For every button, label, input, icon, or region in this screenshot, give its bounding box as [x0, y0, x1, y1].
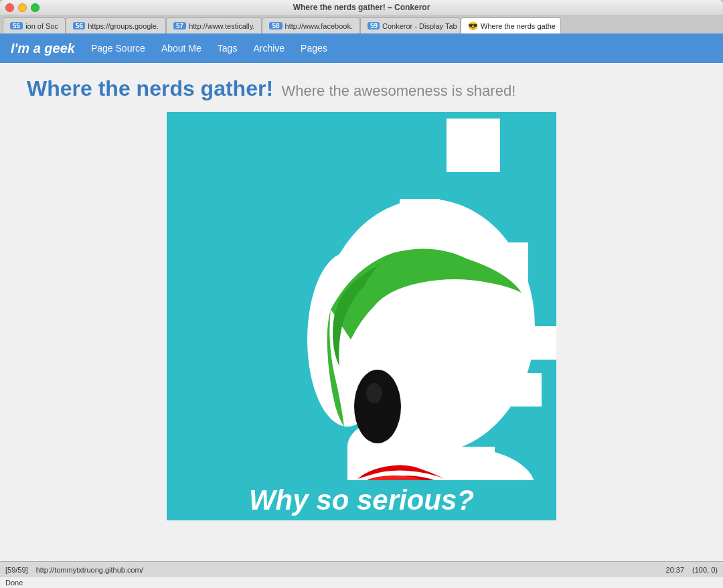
- window-controls: [5, 3, 39, 12]
- tab-label-59: Conkeror - Display Tab: [382, 22, 457, 30]
- window-title: Where the nerds gather! – Conkeror: [293, 3, 430, 12]
- status-right: 20:37 (100, 0): [666, 566, 718, 574]
- page-subheading: Where the awesomeness is shared!: [282, 82, 516, 99]
- done-label: Done: [0, 577, 723, 588]
- tab-label-active: Where the nerds gathe: [481, 22, 556, 30]
- minimize-button[interactable]: [18, 3, 27, 12]
- tab-badge-59: 59: [368, 22, 380, 29]
- tab-badge-56: 56: [73, 22, 85, 29]
- page-content: Where the nerds gather! Where the awesom…: [0, 63, 723, 534]
- tab-badge-57: 57: [173, 22, 186, 29]
- nav-about-me[interactable]: About Me: [161, 43, 202, 54]
- maximize-button[interactable]: [31, 3, 39, 12]
- tab-58[interactable]: 58 http://www.facebook.: [262, 17, 360, 33]
- tab-favicon-active: 😎: [468, 21, 478, 31]
- done-text: Done: [5, 579, 23, 587]
- tab-bar: 55 ion of Soc 56 https://groups.google. …: [0, 15, 723, 33]
- page-heading: Where the nerds gather!: [27, 76, 273, 100]
- tab-56[interactable]: 56 https://groups.google.: [66, 17, 166, 33]
- svg-rect-11: [521, 326, 556, 360]
- title-bar: Where the nerds gather! – Conkeror: [0, 0, 723, 15]
- browser-body: I'm a geek Page Source About Me Tags Arc…: [0, 33, 723, 561]
- joker-svg: [167, 112, 556, 520]
- svg-point-13: [366, 383, 382, 403]
- tab-info: [59/59]: [5, 566, 28, 574]
- status-coords: (100, 0): [692, 566, 718, 574]
- nav-page-source[interactable]: Page Source: [91, 43, 145, 54]
- tab-active[interactable]: 😎 Where the nerds gathe: [461, 17, 561, 33]
- nav-bar: I'm a geek Page Source About Me Tags Arc…: [0, 33, 723, 63]
- status-left: [59/59] http://tommytxtruong.github.com/: [5, 566, 143, 574]
- browser-window: Where the nerds gather! – Conkeror 55 io…: [0, 0, 723, 588]
- joker-image-container: Why so serious?: [167, 112, 556, 520]
- site-title[interactable]: I'm a geek: [11, 41, 75, 56]
- status-time: 20:37: [666, 566, 685, 574]
- tab-label-56: https://groups.google.: [88, 22, 159, 30]
- status-url: http://tommytxtruong.github.com/: [36, 566, 143, 574]
- close-button[interactable]: [5, 3, 14, 12]
- overlay-text: Why so serious?: [167, 480, 556, 520]
- tab-label-58: http://www.facebook.: [285, 22, 353, 30]
- svg-point-12: [354, 370, 401, 443]
- tab-badge-58: 58: [269, 22, 282, 29]
- tab-badge-55: 55: [10, 22, 23, 29]
- nav-tags[interactable]: Tags: [218, 43, 238, 54]
- tab-label-55: ion of Soc: [25, 22, 58, 30]
- svg-rect-10: [495, 373, 542, 407]
- tab-59[interactable]: 59 Conkeror - Display Tab: [360, 17, 461, 33]
- tab-label-57: http://www.testically.: [189, 22, 254, 30]
- svg-rect-1: [447, 119, 500, 172]
- status-bar: [59/59] http://tommytxtruong.github.com/…: [0, 561, 723, 577]
- nav-archive[interactable]: Archive: [253, 43, 285, 54]
- tab-57[interactable]: 57 http://www.testically.: [166, 17, 262, 33]
- page-header: Where the nerds gather! Where the awesom…: [27, 76, 696, 101]
- nav-pages[interactable]: Pages: [301, 43, 327, 54]
- overlay-text-label: Why so serious?: [249, 484, 474, 516]
- tab-55[interactable]: 55 ion of Soc: [3, 17, 66, 33]
